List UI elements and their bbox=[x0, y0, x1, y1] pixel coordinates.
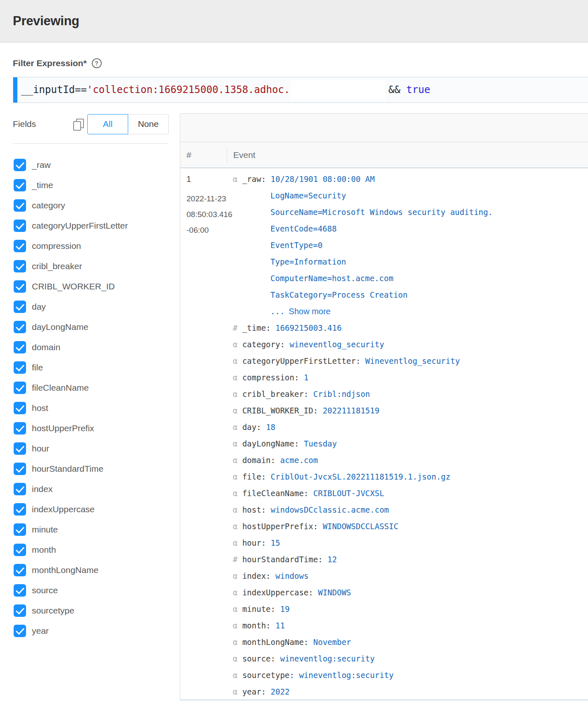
field-checkbox-item[interactable]: minute bbox=[13, 519, 169, 540]
copy-icon[interactable] bbox=[73, 119, 83, 130]
field-checkbox-item[interactable]: category bbox=[13, 195, 169, 215]
field-checkbox-label: cribl_breaker bbox=[32, 261, 82, 271]
show-more-link[interactable]: Show more bbox=[289, 307, 330, 316]
field-checkbox-item[interactable]: compression bbox=[13, 236, 169, 256]
select-none-button[interactable]: None bbox=[128, 114, 169, 134]
field-checkbox-item[interactable]: year bbox=[13, 621, 169, 641]
field-value: wineventlog:security bbox=[299, 671, 394, 680]
field-key: monthLongName: bbox=[242, 638, 308, 647]
field-checkbox-item[interactable]: categoryUpperFirstLetter bbox=[13, 215, 169, 236]
event-field-line: α category: wineventlog_security bbox=[233, 336, 588, 353]
event-field-line: α sourcetype: wineventlog:security bbox=[233, 667, 588, 683]
field-checkbox-item[interactable]: _time bbox=[13, 175, 169, 195]
field-key: month: bbox=[242, 621, 271, 630]
checkbox-checked-icon[interactable] bbox=[14, 442, 26, 455]
select-all-button[interactable]: All bbox=[87, 114, 128, 134]
checkbox-checked-icon[interactable] bbox=[14, 240, 26, 252]
checkbox-checked-icon[interactable] bbox=[14, 544, 26, 556]
checkbox-checked-icon[interactable] bbox=[14, 463, 26, 475]
checkbox-checked-icon[interactable] bbox=[14, 503, 26, 516]
field-checkbox-item[interactable]: hour bbox=[13, 438, 169, 458]
event-row[interactable]: 1 2022-11-2308:50:03.416-06:00 α _raw: 1… bbox=[180, 168, 588, 700]
field-checkbox-item[interactable]: cribl_breaker bbox=[13, 256, 169, 276]
checkbox-checked-icon[interactable] bbox=[14, 564, 26, 576]
fields-header: Fields All None bbox=[13, 113, 169, 135]
field-key: compression: bbox=[242, 373, 299, 382]
field-value: wineventlog_security bbox=[289, 340, 384, 349]
field-value: CRIBLOUT-JVCXSL bbox=[313, 489, 385, 498]
field-type-icon: α bbox=[233, 423, 237, 432]
field-checkbox-item[interactable]: day bbox=[13, 296, 169, 317]
field-value: November bbox=[313, 638, 351, 647]
checkbox-checked-icon[interactable] bbox=[14, 321, 26, 333]
filter-expression-input[interactable]: __inputId=='collection:1669215000.1358.a… bbox=[13, 77, 588, 103]
raw-event-line: Type=Information bbox=[233, 253, 588, 270]
field-checkbox-item[interactable]: indexUppercase bbox=[13, 499, 169, 519]
checkbox-checked-icon[interactable] bbox=[14, 382, 26, 394]
checkbox-checked-icon[interactable] bbox=[14, 584, 26, 597]
event-field-line: α _raw: 10/28/1901 08:00:00 AM bbox=[233, 171, 588, 187]
field-checkbox-label: fileCleanName bbox=[32, 383, 89, 393]
field-checkbox-item[interactable]: fileCleanName bbox=[13, 377, 169, 398]
checkbox-checked-icon[interactable] bbox=[14, 361, 26, 374]
field-type-icon: α bbox=[233, 571, 237, 580]
field-value: Cribl:ndjson bbox=[313, 389, 370, 399]
checkbox-checked-icon[interactable] bbox=[14, 341, 26, 353]
event-field-line: # _time: 1669215003.416 bbox=[233, 320, 588, 336]
checkbox-checked-icon[interactable] bbox=[14, 402, 26, 414]
field-type-icon: α bbox=[233, 604, 237, 614]
field-type-icon: α bbox=[233, 588, 237, 597]
checkbox-checked-icon[interactable] bbox=[14, 280, 26, 293]
field-type-icon: α bbox=[233, 373, 237, 382]
checkbox-checked-icon[interactable] bbox=[14, 523, 26, 536]
checkbox-checked-icon[interactable] bbox=[14, 199, 26, 212]
event-field-line: α dayLongName: Tuesday bbox=[233, 435, 588, 452]
field-checkbox-item[interactable]: _raw bbox=[13, 155, 169, 175]
fields-divider bbox=[13, 143, 169, 144]
field-checkbox-label: sourcetype bbox=[32, 606, 74, 616]
event-field-line: α monthLongName: November bbox=[233, 634, 588, 650]
event-field-line: α cribl_breaker: Cribl:ndjson bbox=[233, 386, 588, 402]
checkbox-checked-icon[interactable] bbox=[14, 179, 26, 191]
field-type-icon: α bbox=[233, 522, 237, 531]
field-checkbox-item[interactable]: file bbox=[13, 357, 169, 377]
checkbox-checked-icon[interactable] bbox=[14, 159, 26, 171]
field-value: 18 bbox=[266, 423, 275, 432]
field-checkbox-item[interactable]: month bbox=[13, 540, 169, 560]
field-checkbox-item[interactable]: monthLongName bbox=[13, 560, 169, 580]
field-checkbox-item[interactable]: index bbox=[13, 479, 169, 499]
field-checkbox-item[interactable]: source bbox=[13, 580, 169, 600]
field-checkbox-item[interactable]: sourcetype bbox=[13, 600, 169, 621]
fields-select-toggle: All None bbox=[87, 114, 169, 134]
events-table-header: # Event bbox=[180, 142, 588, 168]
checkbox-checked-icon[interactable] bbox=[14, 604, 26, 617]
checkbox-checked-icon[interactable] bbox=[14, 422, 26, 435]
field-value: 15 bbox=[271, 538, 280, 547]
field-type-icon: α bbox=[233, 538, 237, 547]
raw-event-line: EventCode=4688 bbox=[233, 220, 588, 237]
field-checkbox-item[interactable]: hostUpperPrefix bbox=[13, 418, 169, 438]
field-checkbox-label: day bbox=[32, 302, 46, 312]
field-type-icon: # bbox=[233, 555, 237, 564]
checkbox-checked-icon[interactable] bbox=[14, 220, 26, 232]
field-checkbox-item[interactable]: dayLongName bbox=[13, 317, 169, 337]
checkbox-checked-icon[interactable] bbox=[14, 625, 26, 637]
field-value: windows bbox=[275, 571, 308, 580]
expression-keyword: true bbox=[406, 84, 430, 96]
help-icon[interactable]: ? bbox=[92, 58, 102, 68]
field-checkbox-item[interactable]: domain bbox=[13, 337, 169, 357]
checkbox-checked-icon[interactable] bbox=[14, 483, 26, 495]
checkbox-checked-icon[interactable] bbox=[14, 260, 26, 272]
field-checkbox-item[interactable]: CRIBL_WORKER_ID bbox=[13, 276, 169, 296]
event-field-line: α categoryUpperFirstLetter: Wineventlog_… bbox=[233, 353, 588, 369]
field-checkbox-label: dayLongName bbox=[32, 322, 88, 332]
field-checkbox-label: compression bbox=[32, 241, 81, 251]
field-checkbox-label: _raw bbox=[32, 160, 51, 170]
field-key: hostUpperPrefix: bbox=[242, 522, 318, 531]
page-title: Previewing bbox=[13, 14, 79, 29]
event-field-line: α CRIBL_WORKER_ID: 202211181519 bbox=[233, 402, 588, 419]
checkbox-checked-icon[interactable] bbox=[14, 301, 26, 313]
field-checkbox-item[interactable]: hourStandardTime bbox=[13, 458, 169, 479]
field-checkbox-item[interactable]: host bbox=[13, 398, 169, 418]
preview-main-area: Fields All None _raw _time category cate… bbox=[0, 113, 588, 702]
